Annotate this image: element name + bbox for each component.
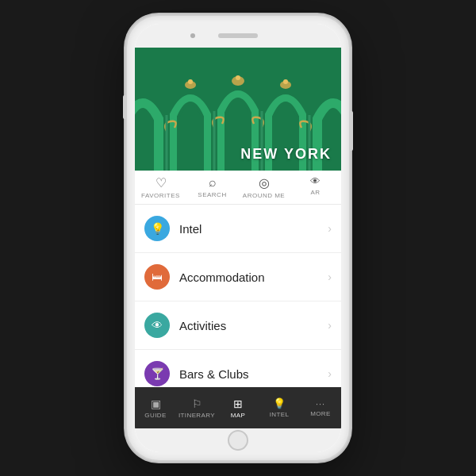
- more-tab-label: MORE: [310, 410, 331, 417]
- menu-item-bars-clubs[interactable]: 🍸 Bars & Clubs ›: [135, 350, 341, 387]
- bars-clubs-icon-circle: 🍸: [144, 361, 170, 386]
- tab-map[interactable]: ⊞ MAP: [217, 397, 259, 419]
- itinerary-tab-label: ITINERARY: [178, 412, 215, 419]
- activities-chevron: ›: [328, 319, 332, 332]
- city-title: NEW YORK: [240, 146, 332, 163]
- home-button[interactable]: [228, 430, 248, 451]
- bars-clubs-icon: 🍸: [151, 367, 164, 380]
- intel-label: Intel: [179, 222, 328, 236]
- bars-clubs-label: Bars & Clubs: [179, 367, 328, 381]
- tab-guide[interactable]: ▣ GUIDE: [135, 397, 176, 419]
- ar-icon: 👁: [310, 175, 321, 187]
- phone-bottom-bar: [135, 428, 341, 452]
- app-screen: NEW YORK ♡ FAVORITES ⌕ SEARCH ◎ AROUND M…: [135, 48, 341, 428]
- search-icon: ⌕: [209, 175, 217, 190]
- guide-tab-label: GUIDE: [144, 412, 166, 419]
- search-label: SEARCH: [198, 191, 226, 198]
- activities-icon-circle: 👁: [144, 313, 170, 338]
- menu-item-accommodation[interactable]: 🛏 Accommodation ›: [135, 253, 341, 301]
- accommodation-icon-circle: 🛏: [144, 264, 170, 290]
- intel-tab-label: INTEL: [270, 411, 290, 418]
- tab-more[interactable]: ··· MORE: [300, 399, 341, 417]
- map-tab-label: MAP: [231, 412, 246, 419]
- around-me-icon: ◎: [259, 175, 270, 190]
- tab-itinerary[interactable]: ⚐ ITINERARY: [176, 397, 217, 419]
- nav-favorites[interactable]: ♡ FAVORITES: [135, 175, 186, 199]
- intel-icon: 💡: [151, 222, 164, 235]
- ar-label: AR: [310, 189, 320, 196]
- speaker: [218, 33, 258, 38]
- more-tab-icon: ···: [316, 399, 325, 409]
- activities-icon: 👁: [152, 319, 163, 332]
- accommodation-icon: 🛏: [152, 271, 163, 283]
- phone-top-bar: [135, 24, 341, 48]
- nav-ar[interactable]: 👁 AR: [290, 175, 341, 199]
- phone-screen: NEW YORK ♡ FAVORITES ⌕ SEARCH ◎ AROUND M…: [135, 24, 341, 452]
- itinerary-tab-icon: ⚐: [192, 397, 202, 410]
- bottom-tab-bar: ▣ GUIDE ⚐ ITINERARY ⊞ MAP 💡 INTEL ···: [135, 387, 341, 428]
- menu-item-intel[interactable]: 💡 Intel ›: [135, 205, 341, 253]
- svg-point-8: [236, 75, 240, 80]
- menu-item-activities[interactable]: 👁 Activities ›: [135, 301, 341, 350]
- nav-search[interactable]: ⌕ SEARCH: [186, 175, 238, 199]
- camera-dot: [190, 33, 195, 38]
- tab-intel[interactable]: 💡 INTEL: [259, 397, 300, 418]
- phone-frame: NEW YORK ♡ FAVORITES ⌕ SEARCH ◎ AROUND M…: [127, 16, 349, 460]
- map-tab-icon: ⊞: [233, 397, 243, 410]
- bars-clubs-chevron: ›: [328, 367, 332, 380]
- category-list: 💡 Intel › 🛏 Accommodation › 👁: [135, 205, 341, 387]
- svg-point-9: [188, 79, 193, 84]
- intel-tab-icon: 💡: [273, 397, 286, 409]
- activities-label: Activities: [179, 319, 328, 332]
- top-navigation: ♡ FAVORITES ⌕ SEARCH ◎ AROUND ME 👁 AR: [135, 171, 341, 205]
- favorites-label: FAVORITES: [141, 192, 180, 199]
- favorites-icon: ♡: [155, 175, 167, 190]
- guide-tab-icon: ▣: [151, 397, 161, 410]
- svg-point-10: [283, 79, 288, 84]
- accommodation-label: Accommodation: [179, 271, 328, 284]
- hero-banner: NEW YORK: [135, 48, 341, 171]
- accommodation-chevron: ›: [328, 271, 332, 283]
- intel-icon-circle: 💡: [144, 216, 170, 241]
- intel-chevron: ›: [328, 222, 332, 235]
- around-me-label: AROUND ME: [243, 192, 285, 199]
- nav-around-me[interactable]: ◎ AROUND ME: [238, 175, 290, 199]
